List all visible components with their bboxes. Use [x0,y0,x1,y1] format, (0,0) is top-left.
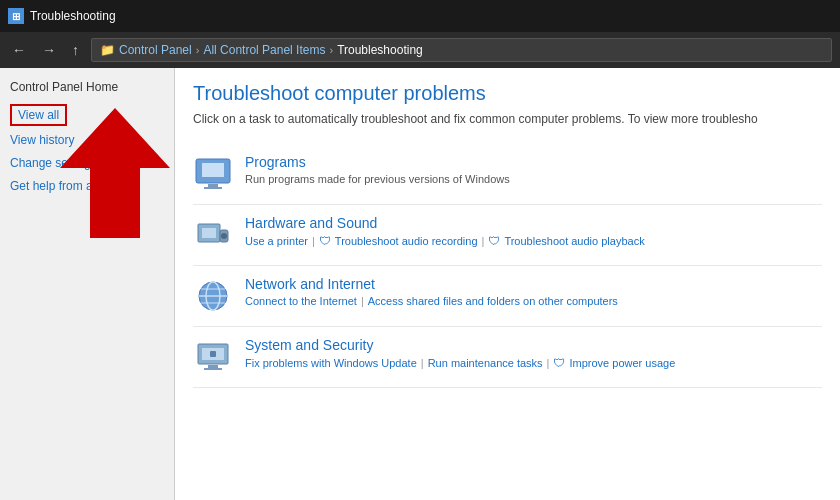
shared-files-link[interactable]: Access shared files and folders on other… [368,295,618,307]
network-content: Network and Internet Connect to the Inte… [245,276,822,307]
svg-rect-5 [204,187,222,189]
category-hardware-sound: Hardware and Sound Use a printer | 🛡 Tro… [193,205,822,266]
power-usage-link[interactable]: Improve power usage [569,357,675,369]
title-bar: ⊞ Troubleshooting [0,0,840,32]
category-system-security: System and Security Fix problems with Wi… [193,327,822,388]
category-network-internet: Network and Internet Connect to the Inte… [193,266,822,327]
sidebar: Control Panel Home View all View history… [0,68,175,500]
system-security-content: System and Security Fix problems with Wi… [245,337,822,370]
programs-title[interactable]: Programs [245,154,822,170]
address-bar: ← → ↑ 📁 Control Panel › All Control Pane… [0,32,840,68]
network-title[interactable]: Network and Internet [245,276,822,292]
programs-content: Programs Run programs made for previous … [245,154,822,185]
connect-internet-link[interactable]: Connect to the Internet [245,295,357,307]
content-description: Click on a task to automatically trouble… [193,111,822,128]
category-list: Programs Run programs made for previous … [193,144,822,388]
system-security-links: Fix problems with Windows Update | Run m… [245,356,822,370]
windows-update-link[interactable]: Fix problems with Windows Update [245,357,417,369]
path-segment-2[interactable]: All Control Panel Items [203,43,325,57]
svg-rect-4 [208,184,218,187]
path-segment-3: Troubleshooting [337,43,423,57]
hardware-sound-title[interactable]: Hardware and Sound [245,215,822,231]
audio-playback-link[interactable]: Troubleshoot audio playback [504,235,644,247]
get-help-link[interactable]: Get help from a f... [10,178,164,195]
address-path: 📁 Control Panel › All Control Panel Item… [91,38,832,62]
hardware-sound-icon [193,215,233,255]
hardware-sound-content: Hardware and Sound Use a printer | 🛡 Tro… [245,215,822,248]
sidebar-home-title: Control Panel Home [10,80,164,94]
maintenance-link[interactable]: Run maintenance tasks [428,357,543,369]
up-button[interactable]: ↑ [68,40,83,60]
main-layout: Control Panel Home View all View history… [0,68,840,500]
shield-icon-1: 🛡 [319,234,331,248]
network-icon [193,276,233,316]
system-security-icon [193,337,233,377]
forward-button[interactable]: → [38,40,60,60]
content-area: Troubleshoot computer problems Click on … [175,68,840,500]
svg-point-9 [221,233,227,239]
svg-marker-1 [60,108,170,238]
svg-rect-3 [202,163,224,177]
hardware-sound-links: Use a printer | 🛡 Troubleshoot audio rec… [245,234,822,248]
use-printer-link[interactable]: Use a printer [245,235,308,247]
folder-icon: 📁 [100,43,115,57]
network-links: Connect to the Internet | Access shared … [245,295,822,307]
view-all-box[interactable]: View all [10,104,67,126]
system-security-title[interactable]: System and Security [245,337,822,353]
title-bar-text: Troubleshooting [30,9,116,23]
audio-recording-link[interactable]: Troubleshoot audio recording [335,235,478,247]
category-programs: Programs Run programs made for previous … [193,144,822,205]
content-title: Troubleshoot computer problems [193,82,822,105]
change-settings-link[interactable]: Change settings [10,155,164,172]
shield-icon-3: 🛡 [553,356,565,370]
svg-rect-19 [210,351,216,357]
svg-rect-17 [208,365,218,368]
svg-rect-18 [204,368,222,370]
title-bar-icon: ⊞ [8,8,24,24]
path-segment-1[interactable]: Control Panel [119,43,192,57]
programs-icon [193,154,233,194]
svg-rect-7 [202,228,216,238]
back-button[interactable]: ← [8,40,30,60]
view-history-link[interactable]: View history [10,132,164,149]
programs-subtitle: Run programs made for previous versions … [245,173,822,185]
shield-icon-2: 🛡 [488,234,500,248]
